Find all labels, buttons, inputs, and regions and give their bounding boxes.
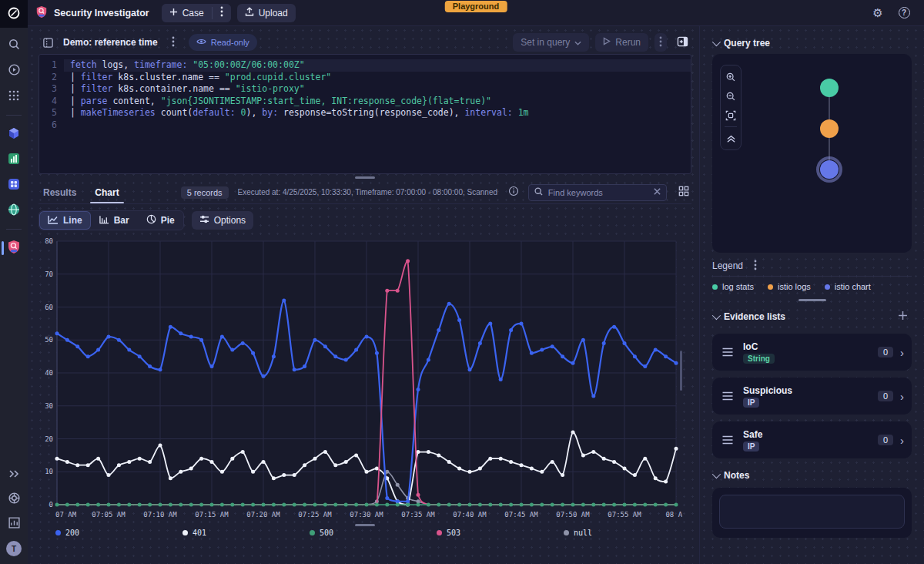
- editor-code[interactable]: fetch logs, timeframe: "05:00:00Z/06:00:…: [64, 55, 691, 173]
- code-line[interactable]: | filter k8s.cluster.name == "prod.cupid…: [64, 72, 691, 84]
- evidence-list-item[interactable]: SafeIP0›: [712, 421, 912, 458]
- evidence-name: Safe: [743, 429, 762, 440]
- evidence-lists-header[interactable]: Evidence lists: [712, 307, 912, 327]
- sidebar-item-grid-app[interactable]: [0, 177, 28, 193]
- tree-node-istio-logs[interactable]: [820, 119, 839, 138]
- sidebar-item-usage[interactable]: [0, 516, 28, 532]
- set-in-query-button[interactable]: Set in query: [513, 33, 589, 52]
- tree-node-log-stats[interactable]: [820, 79, 839, 97]
- sidebar-item-pipelines[interactable]: [0, 63, 28, 79]
- zoom-out-button[interactable]: [721, 86, 740, 106]
- tree-legend-item[interactable]: log stats: [712, 282, 754, 291]
- zoom-in-button[interactable]: [721, 67, 740, 86]
- tree-node-istio-chart[interactable]: [820, 160, 839, 179]
- tree-legend-items: log statsistio logsistio chart: [712, 277, 912, 297]
- sidebar-item-globe-app[interactable]: [0, 203, 28, 218]
- panel-resize-handle[interactable]: [798, 299, 826, 301]
- code-line[interactable]: fetch logs, timeframe: "05:00:00Z/06:00:…: [64, 59, 691, 72]
- rerun-button[interactable]: Rerun: [595, 33, 648, 52]
- sidebar-item-support[interactable]: [0, 492, 28, 507]
- grid-app-icon: [7, 177, 21, 193]
- app-window: T Security Investigator Case Upload Play…: [0, 0, 924, 564]
- close-icon[interactable]: [653, 187, 661, 198]
- chart-resize-handle[interactable]: [355, 524, 375, 526]
- legend-menu-button[interactable]: [749, 257, 762, 275]
- fit-view-button[interactable]: [721, 106, 740, 125]
- legend-item[interactable]: 500: [310, 529, 437, 537]
- chart-options-button[interactable]: Options: [192, 211, 253, 230]
- sidebar-expand-button[interactable]: [0, 467, 28, 482]
- globe-app-icon: [7, 203, 21, 219]
- query-tree-header[interactable]: Query tree: [712, 34, 912, 52]
- evidence-count-badge: 0: [878, 435, 893, 445]
- svg-text:10: 10: [45, 468, 53, 475]
- code-line[interactable]: [64, 119, 691, 132]
- chevron-right-icon[interactable]: ›: [900, 435, 904, 446]
- collapse-tree-button[interactable]: [721, 129, 740, 148]
- help-button[interactable]: ?: [895, 4, 913, 22]
- code-line[interactable]: | parse content, "json{JSONTIMESTAMP:sta…: [64, 96, 691, 108]
- notes-input[interactable]: [719, 495, 905, 529]
- legend-dot: [564, 530, 569, 535]
- sidebar-item-charts-app[interactable]: [0, 152, 28, 167]
- chart-type-line-button[interactable]: Line: [39, 211, 91, 230]
- legend-item[interactable]: 401: [182, 529, 310, 537]
- section-title: Notes: [724, 470, 749, 481]
- list-icon: [721, 391, 734, 401]
- legend-item[interactable]: 200: [55, 529, 182, 537]
- code-line[interactable]: | makeTimeseries count(default: 0), by: …: [64, 107, 691, 119]
- plus-icon: [898, 311, 908, 323]
- timeseries-chart[interactable]: 0102030405060708007 AM07:05 AM07:10 AM07…: [38, 235, 682, 523]
- editor-resize-handle[interactable]: [355, 176, 375, 179]
- chevron-right-icon[interactable]: ›: [900, 347, 904, 358]
- query-editor[interactable]: 123456 fetch logs, timeframe: "05:00:00Z…: [38, 54, 691, 174]
- tree-legend-item[interactable]: istio chart: [825, 282, 871, 291]
- search-input[interactable]: [548, 188, 648, 197]
- query-tree-canvas[interactable]: [712, 54, 912, 253]
- legend-label: istio chart: [835, 282, 871, 291]
- svg-text:30: 30: [45, 402, 53, 410]
- legend-item[interactable]: null: [564, 529, 691, 537]
- settings-button[interactable]: ⚙: [869, 4, 887, 22]
- sidebar-item-apps[interactable]: [0, 89, 28, 104]
- query-tree-canvas-svg[interactable]: [712, 54, 912, 253]
- collapse-editor-button[interactable]: [38, 33, 57, 52]
- line-number: 6: [39, 119, 57, 132]
- info-icon[interactable]: [508, 186, 519, 199]
- tree-legend-item[interactable]: istio logs: [768, 282, 811, 291]
- svg-text:07:50 AM: 07:50 AM: [556, 511, 590, 519]
- svg-text:07:45 AM: 07:45 AM: [504, 511, 538, 519]
- query-menu-button[interactable]: [164, 33, 182, 52]
- scrollbar-thumb[interactable]: [680, 351, 682, 391]
- sidebar-item-search[interactable]: [0, 38, 28, 53]
- eye-icon: [196, 38, 206, 47]
- new-case-button[interactable]: Case: [162, 4, 212, 22]
- user-avatar[interactable]: T: [0, 541, 28, 556]
- legend-label: 401: [192, 529, 206, 537]
- search-icon: [8, 38, 21, 53]
- sidebar-item-cube-app[interactable]: [0, 126, 28, 142]
- open-right-panel-button[interactable]: [673, 33, 691, 52]
- code-line[interactable]: | filter k8s.container.name == "istio-pr…: [64, 83, 691, 96]
- execution-info: Executed at: 4/25/2025, 10:33:30, Timefr…: [238, 188, 499, 196]
- upload-button[interactable]: Upload: [237, 4, 296, 22]
- section-title: Query tree: [724, 38, 770, 49]
- evidence-list-item[interactable]: SuspiciousIP0›: [712, 378, 912, 415]
- chevron-right-icon[interactable]: ›: [900, 391, 904, 402]
- sidebar-item-security-investigator[interactable]: [0, 240, 28, 256]
- tab-chart[interactable]: Chart: [90, 181, 123, 203]
- evidence-list-item[interactable]: IoCString0›: [712, 334, 912, 371]
- editor-gutter: 123456: [39, 55, 64, 173]
- chart-type-bar-button[interactable]: Bar: [91, 211, 138, 230]
- expand-grid-button[interactable]: [676, 183, 691, 202]
- evidence-list: IoCString0›SuspiciousIP0›SafeIP0›: [712, 327, 912, 458]
- run-menu-button[interactable]: [654, 33, 667, 52]
- tab-results[interactable]: Results: [38, 181, 81, 203]
- legend-item[interactable]: 503: [437, 529, 564, 537]
- case-menu-button[interactable]: [213, 4, 231, 22]
- keyword-search[interactable]: [528, 184, 667, 201]
- chart-type-pie-button[interactable]: Pie: [138, 211, 183, 230]
- add-evidence-list-button[interactable]: [893, 307, 912, 326]
- notes-header[interactable]: Notes: [712, 466, 912, 485]
- app-logo[interactable]: [0, 0, 28, 28]
